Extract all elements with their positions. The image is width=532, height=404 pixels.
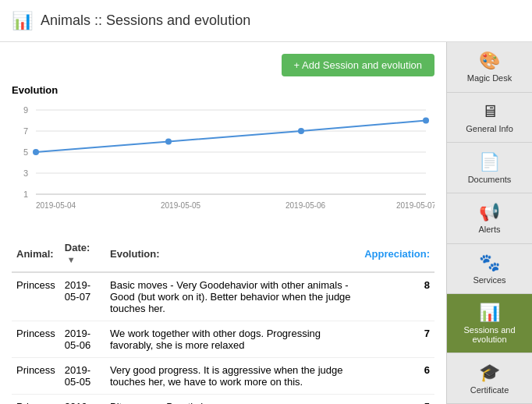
certificate-icon: 🎓 <box>479 363 500 383</box>
sidebar-label-documents: Documents <box>468 175 512 184</box>
cell-appreciation: 6 <box>360 358 434 395</box>
cell-date: 2019-05-04 <box>60 395 105 405</box>
chart-container: 9 7 5 3 1 2019-05-04 2019-0 <box>12 99 434 224</box>
cell-date: 2019-05-06 <box>60 321 105 358</box>
col-evolution: Evolution: <box>105 236 360 272</box>
alerts-icon: 📢 <box>479 202 500 222</box>
sidebar-label-services: Services <box>473 275 505 285</box>
sessions-table: Animal: Date: ▼ Evolution: Appreciation:… <box>12 236 434 404</box>
svg-text:3: 3 <box>23 168 28 178</box>
sort-icon: ▼ <box>67 255 76 264</box>
cell-appreciation: 7 <box>360 321 434 358</box>
sidebar-label-magic-desk: Magic Desk <box>467 73 512 83</box>
col-animal: Animal: <box>12 236 60 272</box>
cell-evolution: Bit nervous. Breatly improves <box>105 395 360 405</box>
header-icon: 📊 <box>12 11 33 31</box>
svg-text:2019-05-05: 2019-05-05 <box>161 201 201 210</box>
cell-animal: Princess <box>12 395 60 405</box>
svg-text:9: 9 <box>23 105 28 115</box>
table-row: Princess 2019-05-06 We work together wit… <box>12 321 434 358</box>
svg-text:5: 5 <box>23 147 28 157</box>
cell-date: 2019-05-05 <box>60 358 105 395</box>
add-session-button[interactable]: + Add Session and evolution <box>282 54 434 76</box>
sidebar-label-sessions: Sessions and evolution <box>451 325 528 344</box>
sessions-icon: 📊 <box>479 303 500 323</box>
main-layout: + Add Session and evolution Evolution 9 … <box>0 42 532 404</box>
table-row: Princess 2019-05-04 Bit nervous. Breatly… <box>12 395 434 405</box>
sidebar: 🎨 Magic Desk 🖥 General Info 📄 Documents … <box>446 42 532 404</box>
table-row: Princess 2019-05-05 Very good progress. … <box>12 358 434 395</box>
cell-appreciation: 5 <box>360 395 434 405</box>
svg-text:2019-05-04: 2019-05-04 <box>36 201 76 210</box>
svg-point-18 <box>423 118 429 124</box>
sessions-table-section: Animal: Date: ▼ Evolution: Appreciation:… <box>12 236 434 404</box>
chart-section: Evolution 9 7 5 3 1 <box>12 84 434 224</box>
cell-evolution: Basic moves - Very Goodehavior with othe… <box>105 272 360 321</box>
content-area: + Add Session and evolution Evolution 9 … <box>0 42 446 404</box>
sidebar-item-general-info[interactable]: 🖥 General Info <box>447 93 532 144</box>
general-info-icon: 🖥 <box>481 101 498 122</box>
cell-appreciation: 8 <box>360 272 434 321</box>
documents-icon: 📄 <box>479 152 500 172</box>
add-button-container: + Add Session and evolution <box>12 54 434 76</box>
cell-animal: Princess <box>12 272 60 321</box>
sidebar-item-alerts[interactable]: 📢 Alerts <box>447 193 532 244</box>
table-row: Princess 2019-05-07 Basic moves - Very G… <box>12 272 434 321</box>
sidebar-item-services[interactable]: 🐾 Services <box>447 244 532 295</box>
sidebar-label-certificate: Certificate <box>470 385 509 395</box>
svg-text:2019-05-07: 2019-05-07 <box>396 201 434 210</box>
svg-text:7: 7 <box>23 126 28 136</box>
magic-desk-icon: 🎨 <box>479 51 500 71</box>
page-header: 📊 Animals :: Sessions and evolution <box>0 0 532 42</box>
services-icon: 🐾 <box>479 253 500 273</box>
sidebar-item-documents[interactable]: 📄 Documents <box>447 143 532 193</box>
sidebar-item-certificate[interactable]: 🎓 Certificate <box>447 353 532 404</box>
svg-point-16 <box>165 139 172 145</box>
sidebar-item-sessions[interactable]: 📊 Sessions and evolution <box>447 294 532 353</box>
sidebar-label-alerts: Alerts <box>478 225 500 234</box>
svg-point-17 <box>298 128 304 134</box>
cell-date: 2019-05-07 <box>60 272 105 321</box>
cell-animal: Princess <box>12 321 60 358</box>
sidebar-item-magic-desk[interactable]: 🎨 Magic Desk <box>447 42 532 93</box>
cell-evolution: We work together with other dogs. Progre… <box>105 321 360 358</box>
chart-y-label: Evolution <box>12 84 434 96</box>
sidebar-label-general-info: General Info <box>466 124 513 133</box>
col-appreciation: Appreciation: <box>360 236 434 272</box>
col-date[interactable]: Date: ▼ <box>60 236 105 272</box>
svg-point-15 <box>33 149 39 155</box>
cell-evolution: Very good progress. It is aggressive whe… <box>105 358 360 395</box>
evolution-chart: 9 7 5 3 1 2019-05-04 2019-0 <box>12 99 434 216</box>
svg-text:2019-05-06: 2019-05-06 <box>286 201 326 210</box>
svg-text:1: 1 <box>23 190 28 199</box>
page-title: Animals :: Sessions and evolution <box>41 12 250 29</box>
cell-animal: Princess <box>12 358 60 395</box>
